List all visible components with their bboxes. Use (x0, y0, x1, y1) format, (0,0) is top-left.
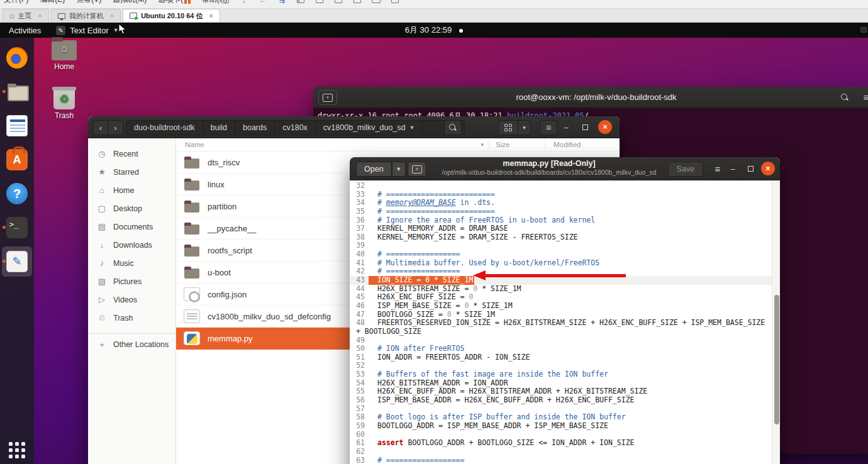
app-menu[interactable]: ✎ Text Editor ▼ (50, 23, 125, 38)
column-size[interactable]: Size (489, 141, 544, 148)
code-line[interactable]: 35# ========================= (350, 207, 772, 216)
code-line[interactable]: 40# ================= (350, 250, 772, 259)
forward-button[interactable]: › (108, 120, 123, 135)
dock-item-gedit[interactable]: ✎ (2, 246, 32, 277)
code-line[interactable]: 43ION_SIZE = 0 * SIZE_1M (350, 276, 772, 285)
snapshot-manage-button[interactable]: ⇶ (277, 0, 287, 5)
code-line[interactable]: 34# memory@DRAM_BASE in .dts. (350, 199, 772, 207)
scrollbar-thumb[interactable] (774, 295, 779, 424)
code-line[interactable]: + BOOTLOGO_SIZE (350, 328, 772, 336)
view-options-dropdown[interactable]: ▾ (518, 120, 531, 135)
menu-item[interactable]: 查看(V) (76, 0, 101, 5)
menu-item[interactable]: 虚拟机(M) (113, 0, 147, 5)
code-line[interactable]: 44H26X_BITSTREAM_SIZE = 0 * SIZE_1M (350, 285, 772, 294)
code-line[interactable]: 49 (350, 336, 772, 345)
file-manager-menu-button[interactable]: ≡ (540, 120, 557, 135)
gedit-titlebar[interactable]: Open ▼ + memmap.py [Read-Only] /opt/milk… (350, 157, 780, 180)
show-thumbnail-button[interactable] (314, 0, 325, 5)
dock-item-software[interactable]: A (2, 145, 32, 175)
suspend-button[interactable] (182, 0, 192, 5)
code-line[interactable]: 50# ION after FreeRTOS (350, 345, 772, 353)
vm-tab-vm[interactable]: Ubuntu 20.10 64 位× (123, 9, 220, 22)
dock-item-help[interactable]: ? (2, 179, 32, 209)
terminal-titlebar[interactable]: + root@ooxx-vm: /opt/milk-v/duo-buildroo… (313, 87, 868, 108)
code-line[interactable]: 53# Buffers of the fast image are inside… (350, 370, 772, 379)
breadcrumb-segment[interactable]: build (203, 121, 235, 135)
show-library-button[interactable] (296, 0, 306, 5)
open-button[interactable]: Open (356, 162, 392, 177)
sidebar-item-pictures[interactable]: ▧Pictures (88, 272, 175, 290)
status-tray-icon[interactable] (860, 27, 867, 33)
code-line[interactable]: 62 (350, 448, 772, 456)
breadcrumb-segment[interactable]: duo-buildroot-sdk (126, 121, 203, 135)
sidebar-item-documents[interactable]: ▤Documents (88, 218, 175, 236)
sidebar-item-music[interactable]: ♪Music (88, 254, 175, 272)
clock-label[interactable]: 6月 30 22:59 (405, 25, 452, 35)
code-line[interactable]: 57 (350, 405, 772, 414)
sidebar-item-starred[interactable]: ★Starred (88, 163, 175, 181)
code-line[interactable]: 55H26X_ENC_BUFF_ADDR = H26X_BITSTREAM_AD… (350, 387, 772, 396)
activities-button[interactable]: Activities (0, 23, 50, 38)
code-line[interactable]: 33# ========================= (350, 191, 772, 199)
menu-item[interactable]: 编辑(E) (40, 0, 65, 5)
tab-close-icon[interactable]: × (110, 12, 114, 19)
dock-item-writer[interactable] (2, 111, 32, 141)
menu-item[interactable]: 文件(F) (4, 0, 28, 5)
dock-item-terminal[interactable]: >_ (2, 213, 32, 243)
breadcrumb-segment[interactable]: cv180x (275, 121, 316, 135)
send-cad-button[interactable] (220, 0, 230, 5)
close-button[interactable]: × (598, 120, 612, 134)
dock-item-files[interactable] (2, 77, 32, 107)
vm-tab-home[interactable]: ⌂主页× (3, 9, 49, 22)
close-button[interactable]: × (761, 162, 775, 175)
sidebar-item-videos[interactable]: ▷Videos (88, 290, 175, 309)
code-line[interactable]: 59BOOTLOGO_ADDR = ISP_MEM_BASE_ADDR + IS… (350, 422, 772, 431)
code-line[interactable]: 58# Boot logo is after ISP buffer and in… (350, 413, 772, 422)
code-line[interactable]: 46ISP_MEM_BASE_SIZE = 0 * SIZE_1M (350, 302, 772, 311)
code-line[interactable]: 47BOOTLOGO_SIZE = 0 * SIZE_1M (350, 311, 772, 319)
code-line[interactable]: 37KERNEL_MEMORY_ADDR = DRAM_BASE (350, 224, 772, 233)
maximize-button[interactable] (578, 120, 592, 134)
code-line[interactable]: 51ION_ADDR = FREERTOS_ADDR - ION_SIZE (350, 353, 772, 362)
sidebar-item-trash[interactable]: ♲Trash (88, 309, 175, 327)
desktop-icon-trash[interactable]: Trash (42, 87, 87, 120)
code-line[interactable]: 54H26X_BITSTREAM_ADDR = ION_ADDR (350, 379, 772, 388)
file-manager-titlebar[interactable]: ‹ › duo-buildroot-sdkbuildboardscv180xcv… (88, 116, 620, 138)
code-line[interactable]: 63# ================== (350, 456, 772, 464)
suspend-dropdown[interactable]: ▾ (201, 0, 211, 5)
exit-unity-button[interactable] (352, 0, 362, 5)
minimize-button[interactable]: – (726, 162, 740, 175)
snapshot-revert-button[interactable]: ← (258, 0, 268, 5)
code-line[interactable]: 56ISP_MEM_BASE_ADDR = H26X_ENC_BUFF_ADDR… (350, 396, 772, 405)
sidebar-item-recent[interactable]: ◷Recent (88, 145, 175, 163)
stretch-guest-button[interactable] (390, 0, 400, 5)
sidebar-item-desktop[interactable]: ▢Desktop (88, 199, 175, 218)
code-line[interactable]: 39 (350, 241, 772, 250)
terminal-menu-button[interactable]: ≡ (859, 91, 868, 104)
snapshot-take-button[interactable]: ↓ (239, 0, 249, 5)
editor-scrollbar[interactable] (772, 180, 780, 464)
code-line[interactable]: 48FREERTOS_RESERVED_ION_SIZE = H26X_BITS… (350, 319, 772, 328)
code-line[interactable]: 36# Ignore the area of FreeRTOS in u-boo… (350, 216, 772, 225)
new-document-button[interactable]: + (408, 162, 426, 177)
desktop-icon-home[interactable]: Home (42, 40, 87, 71)
tab-close-icon[interactable]: × (209, 12, 213, 19)
code-line[interactable]: 52 (350, 362, 772, 370)
sidebar-item-other-locations[interactable]: +Other Locations (88, 333, 175, 354)
maximize-button[interactable] (743, 162, 757, 175)
dock-item-firefox[interactable] (2, 43, 32, 73)
breadcrumb-segment[interactable]: cv1800b_milkv_duo_sd▼ (316, 121, 423, 135)
tab-close-icon[interactable]: × (38, 12, 42, 19)
sidebar-item-downloads[interactable]: ↓Downloads (88, 236, 175, 254)
code-line[interactable]: 45H26X_ENC_BUFF_SIZE = 0 (350, 293, 772, 302)
minimize-button[interactable]: – (559, 120, 573, 134)
code-line[interactable]: 61assert BOOTLOGO_ADDR + BOOTLOGO_SIZE <… (350, 439, 772, 448)
console-view-button[interactable] (333, 0, 343, 5)
back-button[interactable]: ‹ (93, 120, 108, 135)
sidebar-item-home[interactable]: ⌂Home (88, 181, 175, 199)
gedit-menu-button[interactable]: ≡ (711, 162, 725, 175)
code-line[interactable]: 32 (350, 182, 772, 191)
terminal-search-button[interactable] (838, 91, 852, 104)
breadcrumb-segment[interactable]: boards (235, 121, 275, 135)
grid-view-button[interactable] (498, 120, 518, 135)
